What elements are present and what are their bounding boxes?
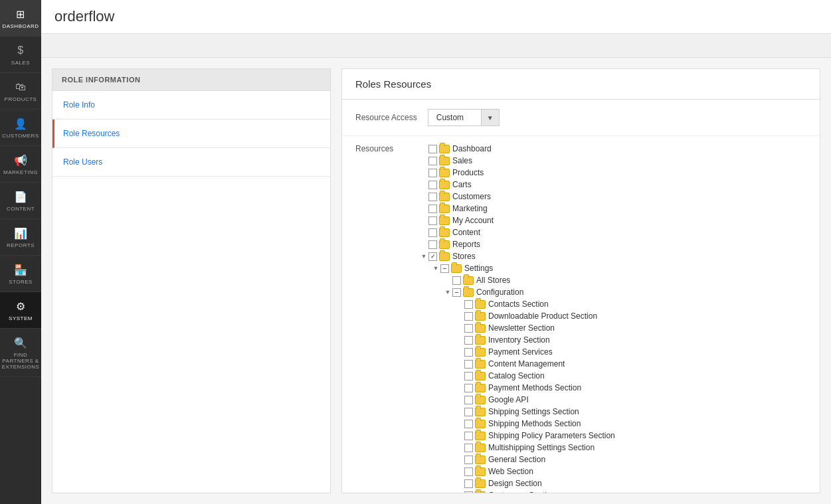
tree-checkbox[interactable] [428,145,437,153]
tree-checkbox[interactable] [464,456,473,464]
tree-item-label: Catalog Section [488,371,545,380]
tree-node: Content [419,226,806,238]
sidebar-item-stores[interactable]: 🏪 STORES [0,256,41,292]
tree-node-row[interactable]: Marketing [419,203,806,214]
resource-access-dropdown-arrow[interactable]: ▼ [482,110,499,126]
tree-node-row[interactable]: Content [419,226,806,238]
tree-node-row[interactable]: My Account [419,214,806,226]
tree-checkbox[interactable] [428,193,437,201]
tree-node-row[interactable]: Contacts Section [455,298,806,310]
folder-icon [475,300,486,309]
tree-node-row[interactable]: Payment Methods Section [455,382,806,394]
sidebar-item-reports[interactable]: 📊 REPORTS [0,219,41,256]
tree-node-row[interactable]: Catalog Section [455,370,806,382]
tree-toggle[interactable]: ▼ [443,289,452,295]
tree-checkbox[interactable] [428,240,437,249]
sidebar-item-find-partners[interactable]: 🔍 FIND PARTNERS & EXTENSIONS [0,329,41,377]
tree-item-label: Downloadable Product Section [488,311,597,321]
tree-node-row[interactable]: Shipping Policy Parameters Section [455,430,806,442]
tree-checkbox[interactable] [464,336,473,345]
tree-node-row[interactable]: Dashboard [419,143,806,155]
tree-node-row[interactable]: Downloadable Product Section [455,310,806,322]
tree-checkbox[interactable] [464,360,473,369]
tree-node-row[interactable]: ▼Settings [431,262,806,274]
resources-label: Resources [355,143,409,153]
tree-checkbox[interactable] [428,169,437,177]
folder-icon [475,420,486,428]
tree-toggle[interactable]: ▼ [431,265,440,272]
tree-checkbox[interactable] [464,467,473,476]
tree-node-row[interactable]: Reports [419,238,806,250]
tree-checkbox[interactable] [440,264,449,273]
tree-node: Products [419,167,806,179]
folder-icon [475,408,486,416]
tree-node-row[interactable]: All Stores [443,274,806,286]
tree-item-label: Multishipping Settings Section [488,443,595,452]
tree-node-row[interactable]: General Section [455,454,806,465]
tree-item-label: General Section [488,455,545,464]
tree-node-row[interactable]: Google API [455,394,806,406]
marketing-icon: 📢 [13,153,28,167]
tree-node-row[interactable]: Carts [419,179,806,191]
tree-node-row[interactable]: Content Management [455,358,806,370]
tree-node-row[interactable]: Payment Services [455,346,806,358]
tree-checkbox[interactable] [464,324,473,333]
folder-icon [475,324,486,333]
nav-role-resources[interactable]: Role Resources [52,120,330,148]
tree-node: All Stores [443,274,806,286]
sidebar-item-marketing[interactable]: 📢 MARKETING [0,146,41,183]
tree-checkbox[interactable] [464,479,473,488]
sidebar-label-sales: SALES [11,60,30,66]
tree-checkbox[interactable] [464,420,473,428]
tree-checkbox[interactable] [452,276,461,285]
tree-checkbox[interactable] [464,444,473,452]
tree-checkbox[interactable] [428,228,437,237]
tree-subtree: ▼ConfigurationContacts SectionDownloadab… [443,286,806,493]
tree-checkbox[interactable] [464,384,473,392]
sidebar-item-dashboard[interactable]: ⊞ DASHBOARD [0,0,41,37]
tree-node-row[interactable]: Newsletter Section [455,322,806,334]
tree-node-row[interactable]: Customers [419,191,806,203]
tree-node-row[interactable]: ▼Configuration [443,286,806,298]
tree-checkbox[interactable] [428,216,437,225]
sidebar-item-system[interactable]: ⚙ SYSTEM [0,292,41,329]
tree-checkbox[interactable] [428,181,437,189]
tree-node-row[interactable]: Products [419,167,806,179]
tree-node-row[interactable]: Design Section [455,477,806,489]
tree-checkbox[interactable] [464,408,473,416]
tree-item-label: Customers [452,192,491,201]
resource-access-select[interactable]: Custom ▼ [428,109,500,126]
folder-icon [475,456,486,464]
tree-toggle[interactable]: ▼ [419,253,428,260]
tree-node-row[interactable]: Web Section [455,465,806,477]
tree-checkbox[interactable] [452,288,461,297]
tree-node-row[interactable]: Shipping Methods Section [455,418,806,430]
tree-checkbox[interactable] [464,491,473,494]
tree-checkbox[interactable] [428,157,437,165]
nav-role-users[interactable]: Role Users [52,148,330,177]
folder-icon [475,336,486,345]
tree-node-row[interactable]: Inventory Section [455,334,806,346]
tree-checkbox[interactable] [464,432,473,440]
tree-children: Contacts SectionDownloadable Product Sec… [443,298,806,493]
tree-node-row[interactable]: Sales [419,155,806,167]
sidebar-item-content[interactable]: 📄 CONTENT [0,183,41,219]
tree-node-row[interactable]: Multishipping Settings Section [455,442,806,454]
nav-role-info[interactable]: Role Info [52,91,330,120]
tree-checkbox[interactable] [464,396,473,404]
sidebar-item-customers[interactable]: 👤 CUSTOMERS [0,110,41,146]
folder-icon [439,193,450,201]
tree-node-row[interactable]: Shipping Settings Section [455,406,806,418]
tree-checkbox[interactable] [464,300,473,309]
sidebar-item-products[interactable]: 🛍 PRODUCTS [0,73,41,110]
tree-checkbox[interactable] [464,312,473,321]
sidebar-item-sales[interactable]: $ SALES [0,37,41,73]
tree-checkbox[interactable] [464,372,473,380]
tree-item-label: Payment Services [488,347,553,357]
tree-node-row[interactable]: Customers Section [455,489,806,493]
tree-checkbox[interactable] [464,348,473,357]
tree-checkbox[interactable] [428,205,437,213]
tree-checkbox[interactable] [428,252,437,261]
tree-node: ▼SettingsAll Stores▼ConfigurationContact… [431,262,806,493]
tree-node-row[interactable]: ▼Stores [419,250,806,262]
